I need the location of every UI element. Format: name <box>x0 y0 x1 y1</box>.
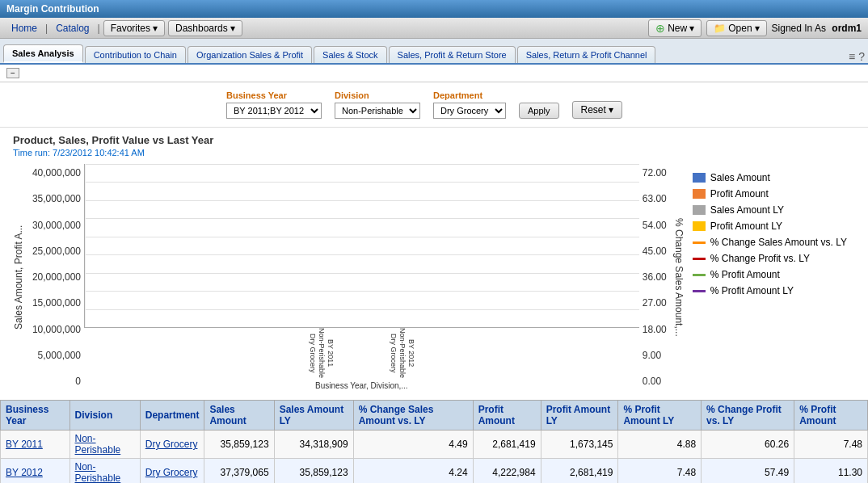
col-header-pct-change-profit: % Change Profit vs. LY <box>702 401 794 430</box>
col-header-pct-sales: % Change Sales Amount vs. LY <box>353 401 473 430</box>
table-cell: 37,379,065 <box>204 459 274 484</box>
table-cell: 7.48 <box>618 459 702 484</box>
legend-item: % Profit Amount LY <box>693 285 847 296</box>
x-label-2012: BY 2012Non-PerishableDry Grocery <box>377 328 426 378</box>
y-axis-left-label: Sales Amount, Profit A... <box>13 164 24 390</box>
table-cell[interactable]: Non-Perishable <box>70 430 140 459</box>
legend: Sales AmountProfit AmountSales Amount LY… <box>685 164 855 390</box>
legend-label: % Change Profit vs. LY <box>710 253 810 264</box>
department-filter: Department Dry Grocery <box>433 90 506 119</box>
nav-catalog[interactable]: Catalog <box>51 21 94 36</box>
nav-home[interactable]: Home <box>6 21 42 36</box>
legend-color-swatch <box>693 274 706 276</box>
col-header-profit: Profit Amount <box>473 401 541 430</box>
data-table: Business Year Division Department Sales … <box>0 400 868 483</box>
y-ticks-right: 0.009.0018.0027.0036.0045.0054.0063.0072… <box>639 164 670 390</box>
chart-time: Time run: 7/23/2012 10:42:41 AM <box>13 148 855 158</box>
new-button[interactable]: ⊕ New ▾ <box>648 19 702 37</box>
chart-left: Sales Amount, Profit A... 05,000,00010,0… <box>13 164 685 390</box>
table-section: Business Year Division Department Sales … <box>0 400 868 483</box>
legend-label: Sales Amount LY <box>710 204 784 216</box>
legend-color-swatch <box>693 258 706 260</box>
y-tick-right: 18.00 <box>643 324 667 335</box>
toolbar-row: − <box>0 65 868 82</box>
business-year-label: Business Year <box>226 90 322 100</box>
table-header-row: Business Year Division Department Sales … <box>1 401 868 430</box>
y-tick-right: 9.00 <box>643 350 667 361</box>
legend-color-swatch <box>693 242 706 244</box>
table-cell: 1,673,145 <box>541 430 618 459</box>
legend-label: Profit Amount LY <box>710 220 782 232</box>
collapse-button[interactable]: − <box>6 68 19 78</box>
col-header-div: Division <box>70 401 140 430</box>
y-tick-right: 36.00 <box>643 271 667 283</box>
col-header-profitly: Profit Amount LY <box>541 401 618 430</box>
col-header-sales: Sales Amount <box>204 401 274 430</box>
table-row: BY 2011Non-PerishableDry Grocery35,859,1… <box>1 430 868 459</box>
y-ticks-left: 05,000,00010,000,00015,000,00020,000,000… <box>27 164 84 390</box>
table-row: BY 2012Non-PerishableDry Grocery37,379,0… <box>1 459 868 484</box>
table-cell: 4.49 <box>353 430 473 459</box>
tab-sales-return-profit-channel[interactable]: Sales, Return & Profit Channel <box>517 46 656 63</box>
legend-label: Sales Amount <box>710 172 770 183</box>
reset-button[interactable]: Reset ▾ <box>572 101 622 119</box>
chart-plot <box>84 164 639 328</box>
table-cell[interactable]: BY 2011 <box>1 430 70 459</box>
tab-sales-analysis[interactable]: Sales Analysis <box>3 44 83 63</box>
filter-area: Business Year BY 2011;BY 2012 Division N… <box>0 82 868 128</box>
dashboards-button[interactable]: Dashboards ▾ <box>168 20 242 36</box>
business-year-select[interactable]: BY 2011;BY 2012 <box>226 103 322 119</box>
table-cell: 11.30 <box>794 459 868 484</box>
legend-color-swatch <box>693 173 706 183</box>
table-cell: 34,318,909 <box>274 430 353 459</box>
division-label: Division <box>335 90 420 100</box>
y-tick-left: 40,000,000 <box>31 167 81 178</box>
table-cell: 4.24 <box>353 459 473 484</box>
table-cell[interactable]: Dry Grocery <box>140 430 204 459</box>
y-tick-right: 72.00 <box>643 167 667 178</box>
bars-area <box>85 164 639 327</box>
legend-label: % Profit Amount LY <box>710 285 794 296</box>
legend-color-swatch <box>693 221 706 231</box>
tab-sales-stock[interactable]: Sales & Stock <box>314 46 386 63</box>
legend-item: Sales Amount LY <box>693 204 847 216</box>
y-tick-left: 5,000,000 <box>31 350 81 361</box>
table-cell: 60.26 <box>702 430 794 459</box>
business-year-filter: Business Year BY 2011;BY 2012 <box>226 90 322 119</box>
favorites-button[interactable]: Favorites ▾ <box>103 20 165 36</box>
main-content: − Business Year BY 2011;BY 2012 Division… <box>0 65 868 483</box>
table-cell[interactable]: BY 2012 <box>1 459 70 484</box>
department-select[interactable]: Dry Grocery <box>433 103 506 119</box>
legend-item: Profit Amount LY <box>693 220 847 232</box>
settings-icon[interactable]: ≡ <box>849 50 855 63</box>
legend-item: % Profit Amount <box>693 269 847 280</box>
legend-label: % Change Sales Amount vs. LY <box>710 237 847 248</box>
division-select[interactable]: Non-Perishable <box>335 103 420 119</box>
new-icon: ⊕ <box>655 22 665 35</box>
app-title: Margin Contribution <box>6 3 99 15</box>
chart-section: Product, Sales, Profit Value vs Last Yea… <box>0 128 868 397</box>
legend-color-swatch <box>693 290 706 292</box>
legend-color-swatch <box>693 205 706 215</box>
tabs-bar: Sales Analysis Contribution to Chain Org… <box>0 39 868 65</box>
table-cell[interactable]: Dry Grocery <box>140 459 204 484</box>
y-axis-right-label: % Change Sales Amount,... <box>673 164 685 390</box>
nav-bar: Home | Catalog | Favorites ▾ Dashboards … <box>0 18 868 39</box>
tab-sales-profit-return-store[interactable]: Sales, Profit & Return Store <box>389 46 516 63</box>
help-icon[interactable]: ? <box>858 50 865 63</box>
col-header-by: Business Year <box>1 401 70 430</box>
open-button[interactable]: 📁 Open ▾ <box>706 20 766 36</box>
tab-org-sales-profit[interactable]: Organization Sales & Profit <box>188 46 312 63</box>
nav-right: ⊕ New ▾ 📁 Open ▾ Signed In As ordm1 <box>648 19 862 37</box>
signed-in-label: Signed In As ordm1 <box>772 23 862 34</box>
table-cell[interactable]: Non-Perishable <box>70 459 140 484</box>
tab-contribution-to-chain[interactable]: Contribution to Chain <box>85 46 186 63</box>
title-bar: Margin Contribution <box>0 0 868 18</box>
x-label-2011: BY 2011Non-PerishableDry Grocery <box>297 328 345 378</box>
chart-container: Sales Amount, Profit A... 05,000,00010,0… <box>13 164 855 390</box>
legend-item: Sales Amount <box>693 172 847 183</box>
table-cell: 2,681,419 <box>473 430 541 459</box>
y-tick-left: 35,000,000 <box>31 193 81 204</box>
y-tick-left: 10,000,000 <box>31 324 81 335</box>
apply-button[interactable]: Apply <box>519 103 559 119</box>
